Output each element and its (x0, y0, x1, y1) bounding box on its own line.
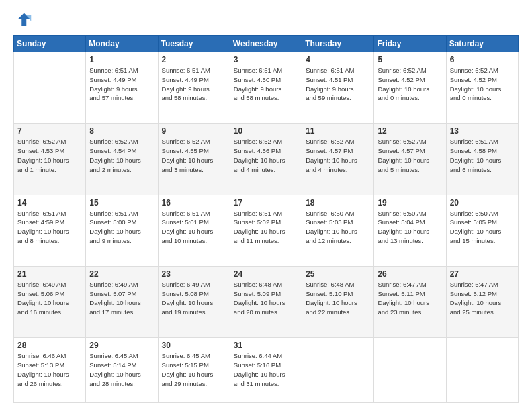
day-number: 31 (234, 340, 298, 350)
calendar-header-thursday: Thursday (302, 36, 374, 52)
day-info: Sunrise: 6:52 AMSunset: 4:57 PMDaylight:… (378, 137, 442, 174)
calendar-cell: 4Sunrise: 6:51 AMSunset: 4:51 PMDaylight… (302, 52, 374, 124)
day-info: Sunrise: 6:52 AMSunset: 4:52 PMDaylight:… (378, 66, 442, 103)
calendar-cell: 22Sunrise: 6:49 AMSunset: 5:07 PMDayligh… (86, 266, 158, 337)
day-number: 14 (17, 198, 82, 208)
calendar-cell: 1Sunrise: 6:51 AMSunset: 4:49 PMDaylight… (86, 52, 158, 124)
calendar-header-monday: Monday (86, 36, 158, 52)
day-number: 26 (378, 269, 442, 279)
day-number: 6 (450, 55, 515, 64)
day-info: Sunrise: 6:47 AMSunset: 5:12 PMDaylight:… (450, 280, 515, 317)
calendar-cell (302, 338, 374, 403)
day-info: Sunrise: 6:49 AMSunset: 5:06 PMDaylight:… (17, 280, 82, 317)
calendar-header-friday: Friday (374, 36, 446, 52)
calendar-cell: 25Sunrise: 6:48 AMSunset: 5:10 PMDayligh… (302, 266, 374, 337)
calendar-cell: 14Sunrise: 6:51 AMSunset: 4:59 PMDayligh… (14, 195, 86, 266)
calendar-cell: 11Sunrise: 6:52 AMSunset: 4:57 PMDayligh… (302, 124, 374, 195)
calendar-cell: 2Sunrise: 6:51 AMSunset: 4:49 PMDaylight… (158, 52, 230, 124)
day-info: Sunrise: 6:51 AMSunset: 4:49 PMDaylight:… (162, 66, 226, 103)
day-number: 13 (450, 126, 515, 136)
day-info: Sunrise: 6:48 AMSunset: 5:09 PMDaylight:… (234, 280, 298, 317)
day-number: 3 (234, 55, 298, 64)
calendar-cell: 30Sunrise: 6:45 AMSunset: 5:15 PMDayligh… (158, 338, 230, 403)
calendar-header-wednesday: Wednesday (230, 36, 302, 52)
day-number: 18 (306, 198, 370, 208)
day-info: Sunrise: 6:50 AMSunset: 5:05 PMDaylight:… (450, 209, 515, 246)
day-info: Sunrise: 6:50 AMSunset: 5:03 PMDaylight:… (306, 209, 370, 246)
day-number: 12 (378, 126, 442, 136)
calendar-cell: 27Sunrise: 6:47 AMSunset: 5:12 PMDayligh… (446, 266, 518, 337)
day-info: Sunrise: 6:48 AMSunset: 5:10 PMDaylight:… (306, 280, 370, 317)
calendar-table: SundayMondayTuesdayWednesdayThursdayFrid… (13, 35, 519, 403)
day-number: 9 (162, 126, 226, 136)
day-number: 27 (450, 269, 515, 279)
day-number: 24 (234, 269, 298, 279)
calendar-cell: 19Sunrise: 6:50 AMSunset: 5:04 PMDayligh… (374, 195, 446, 266)
day-info: Sunrise: 6:52 AMSunset: 4:57 PMDaylight:… (306, 137, 370, 174)
day-info: Sunrise: 6:52 AMSunset: 4:54 PMDaylight:… (89, 137, 154, 174)
day-number: 1 (89, 55, 154, 64)
day-number: 10 (234, 126, 298, 136)
calendar-cell: 20Sunrise: 6:50 AMSunset: 5:05 PMDayligh… (446, 195, 518, 266)
day-info: Sunrise: 6:51 AMSunset: 4:58 PMDaylight:… (450, 137, 515, 174)
day-number: 19 (378, 198, 442, 208)
calendar-cell: 13Sunrise: 6:51 AMSunset: 4:58 PMDayligh… (446, 124, 518, 195)
day-info: Sunrise: 6:49 AMSunset: 5:07 PMDaylight:… (89, 280, 154, 317)
day-info: Sunrise: 6:49 AMSunset: 5:08 PMDaylight:… (162, 280, 226, 317)
calendar-cell (374, 338, 446, 403)
day-info: Sunrise: 6:52 AMSunset: 4:55 PMDaylight:… (162, 137, 226, 174)
calendar-cell: 29Sunrise: 6:45 AMSunset: 5:14 PMDayligh… (86, 338, 158, 403)
day-number: 25 (306, 269, 370, 279)
calendar-cell: 21Sunrise: 6:49 AMSunset: 5:06 PMDayligh… (14, 266, 86, 337)
day-number: 5 (378, 55, 442, 64)
calendar-cell: 8Sunrise: 6:52 AMSunset: 4:54 PMDaylight… (86, 124, 158, 195)
day-number: 15 (89, 198, 154, 208)
calendar-header-row: SundayMondayTuesdayWednesdayThursdayFrid… (14, 36, 519, 52)
calendar-cell: 5Sunrise: 6:52 AMSunset: 4:52 PMDaylight… (374, 52, 446, 124)
calendar-cell: 10Sunrise: 6:52 AMSunset: 4:56 PMDayligh… (230, 124, 302, 195)
svg-marker-0 (18, 13, 30, 26)
day-number: 23 (162, 269, 226, 279)
calendar-cell: 9Sunrise: 6:52 AMSunset: 4:55 PMDaylight… (158, 124, 230, 195)
day-number: 17 (234, 198, 298, 208)
day-number: 16 (162, 198, 226, 208)
day-info: Sunrise: 6:45 AMSunset: 5:14 PMDaylight:… (89, 351, 154, 388)
day-info: Sunrise: 6:47 AMSunset: 5:11 PMDaylight:… (378, 280, 442, 317)
day-info: Sunrise: 6:50 AMSunset: 5:04 PMDaylight:… (378, 209, 442, 246)
calendar-cell (446, 338, 518, 403)
day-info: Sunrise: 6:52 AMSunset: 4:56 PMDaylight:… (234, 137, 298, 174)
calendar-cell: 6Sunrise: 6:52 AMSunset: 4:52 PMDaylight… (446, 52, 518, 124)
day-info: Sunrise: 6:51 AMSunset: 4:51 PMDaylight:… (306, 66, 370, 103)
calendar-cell: 17Sunrise: 6:51 AMSunset: 5:02 PMDayligh… (230, 195, 302, 266)
day-number: 20 (450, 198, 515, 208)
day-info: Sunrise: 6:45 AMSunset: 5:15 PMDaylight:… (162, 351, 226, 388)
logo (13, 11, 35, 30)
day-number: 28 (17, 340, 82, 350)
day-info: Sunrise: 6:51 AMSunset: 4:50 PMDaylight:… (234, 66, 298, 103)
day-number: 29 (89, 340, 154, 350)
calendar-cell: 12Sunrise: 6:52 AMSunset: 4:57 PMDayligh… (374, 124, 446, 195)
calendar-cell: 23Sunrise: 6:49 AMSunset: 5:08 PMDayligh… (158, 266, 230, 337)
day-info: Sunrise: 6:46 AMSunset: 5:13 PMDaylight:… (17, 351, 82, 388)
calendar-cell: 3Sunrise: 6:51 AMSunset: 4:50 PMDaylight… (230, 52, 302, 124)
calendar-cell: 16Sunrise: 6:51 AMSunset: 5:01 PMDayligh… (158, 195, 230, 266)
day-info: Sunrise: 6:51 AMSunset: 5:02 PMDaylight:… (234, 209, 298, 246)
day-info: Sunrise: 6:51 AMSunset: 5:01 PMDaylight:… (162, 209, 226, 246)
day-number: 2 (162, 55, 226, 64)
day-info: Sunrise: 6:52 AMSunset: 4:52 PMDaylight:… (450, 66, 515, 103)
calendar-cell: 26Sunrise: 6:47 AMSunset: 5:11 PMDayligh… (374, 266, 446, 337)
calendar-cell: 24Sunrise: 6:48 AMSunset: 5:09 PMDayligh… (230, 266, 302, 337)
calendar-header-saturday: Saturday (446, 36, 518, 52)
page: SundayMondayTuesdayWednesdayThursdayFrid… (0, 0, 532, 411)
calendar-cell: 7Sunrise: 6:52 AMSunset: 4:53 PMDaylight… (14, 124, 86, 195)
calendar-cell: 18Sunrise: 6:50 AMSunset: 5:03 PMDayligh… (302, 195, 374, 266)
calendar-header-sunday: Sunday (14, 36, 86, 52)
day-info: Sunrise: 6:51 AMSunset: 4:49 PMDaylight:… (89, 66, 154, 103)
day-number: 30 (162, 340, 226, 350)
day-number: 11 (306, 126, 370, 136)
day-info: Sunrise: 6:44 AMSunset: 5:16 PMDaylight:… (234, 351, 298, 388)
calendar-header-tuesday: Tuesday (158, 36, 230, 52)
calendar-cell: 15Sunrise: 6:51 AMSunset: 5:00 PMDayligh… (86, 195, 158, 266)
calendar-cell (14, 52, 86, 124)
day-number: 21 (17, 269, 82, 279)
